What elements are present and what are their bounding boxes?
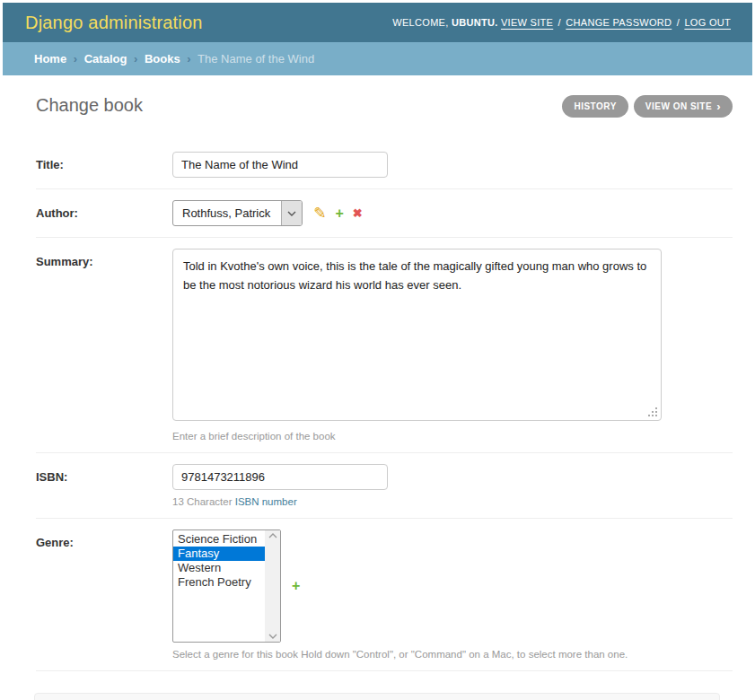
user-tools: WELCOME, UBUNTU. VIEW SITE / CHANGE PASS… xyxy=(392,17,731,28)
submit-row: Delete Save and add another Save and con… xyxy=(34,693,720,700)
breadcrumb-separator: › xyxy=(134,52,137,66)
breadcrumb-separator: › xyxy=(187,52,190,66)
welcome-text: WELCOME, xyxy=(392,17,448,28)
author-select[interactable]: Rothfuss, Patrick xyxy=(172,200,303,226)
title-label: Title: xyxy=(36,152,172,178)
summary-label: Summary: xyxy=(36,249,172,442)
log-out-link[interactable]: LOG OUT xyxy=(684,17,731,28)
isbn-help-prefix: 13 Character xyxy=(172,496,235,507)
genre-option-western[interactable]: Western xyxy=(173,561,265,575)
chevron-right-icon: › xyxy=(716,102,721,111)
author-label: Author: xyxy=(36,200,172,226)
form-row-genre: Genre: Science Fiction Fantasy Western F… xyxy=(36,519,733,671)
breadcrumb-separator: › xyxy=(74,52,77,66)
genre-option-science-fiction[interactable]: Science Fiction xyxy=(173,532,265,547)
form-row-title: Title: xyxy=(36,141,733,189)
view-site-link[interactable]: VIEW SITE xyxy=(501,17,553,28)
genre-multiselect[interactable]: Science Fiction Fantasy Western French P… xyxy=(172,529,281,643)
resize-handle[interactable] xyxy=(649,408,657,416)
edit-author-icon[interactable]: ✎ xyxy=(313,204,326,223)
isbn-label: ISBN: xyxy=(36,464,172,507)
genre-help-text: Select a genre for this book Hold down "… xyxy=(172,649,628,660)
scrollbar[interactable] xyxy=(265,530,280,642)
breadcrumb-catalog[interactable]: Catalog xyxy=(84,52,127,66)
genre-option-fantasy[interactable]: Fantasy xyxy=(173,547,265,561)
form-row-author: Author: Rothfuss, Patrick ✎ + ✖ xyxy=(36,189,733,238)
summary-help-text: Enter a brief description of the book xyxy=(172,431,662,442)
add-genre-icon[interactable]: + xyxy=(292,578,300,594)
delete-author-icon[interactable]: ✖ xyxy=(353,206,363,220)
history-button[interactable]: HISTORY xyxy=(562,95,628,118)
form-row-isbn: ISBN: 13 Character ISBN number xyxy=(36,453,733,519)
genre-option-french-poetry[interactable]: French Poetry xyxy=(173,575,265,590)
scroll-up-icon xyxy=(268,533,277,538)
title-input[interactable] xyxy=(172,152,388,178)
username: UBUNTU. xyxy=(452,17,498,28)
form-row-summary: Summary: Told in Kvothe's own voice, thi… xyxy=(36,238,733,453)
site-title[interactable]: Django administration xyxy=(25,13,203,33)
add-author-icon[interactable]: + xyxy=(336,206,344,222)
genre-label: Genre: xyxy=(36,529,172,660)
admin-header: Django administration WELCOME, UBUNTU. V… xyxy=(3,3,752,42)
content: Change book HISTORY VIEW ON SITE › Title… xyxy=(3,75,752,700)
breadcrumb-books[interactable]: Books xyxy=(145,52,180,66)
object-tools: HISTORY VIEW ON SITE › xyxy=(562,95,733,118)
isbn-help-text: 13 Character ISBN number xyxy=(172,496,388,507)
isbn-number-link[interactable]: ISBN number xyxy=(235,496,297,507)
history-button-label: HISTORY xyxy=(574,101,616,111)
view-on-site-button[interactable]: VIEW ON SITE › xyxy=(634,95,733,118)
breadcrumb-current: The Name of the Wind xyxy=(198,52,314,66)
author-select-value: Rothfuss, Patrick xyxy=(173,201,281,225)
breadcrumb: Home › Catalog › Books › The Name of the… xyxy=(3,42,752,75)
breadcrumb-home[interactable]: Home xyxy=(34,52,66,66)
isbn-input[interactable] xyxy=(172,464,388,490)
view-on-site-label: VIEW ON SITE xyxy=(645,101,712,111)
link-separator: / xyxy=(677,17,680,28)
scroll-down-icon xyxy=(268,634,277,639)
chevron-down-icon xyxy=(281,201,302,225)
summary-textarea[interactable]: Told in Kvothe's own voice, this is the … xyxy=(172,249,662,421)
change-password-link[interactable]: CHANGE PASSWORD xyxy=(566,17,672,28)
page-title: Change book xyxy=(36,95,143,116)
link-separator: / xyxy=(558,17,561,28)
